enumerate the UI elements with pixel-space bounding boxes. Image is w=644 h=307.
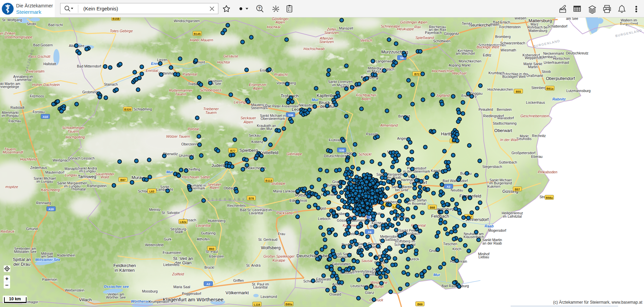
svg-text:Tieschen: Tieschen [443, 242, 457, 246]
svg-text:Geschriebenstein: Geschriebenstein [520, 114, 549, 118]
svg-text:her Zinken: her Zinken [0, 31, 15, 35]
svg-text:Weißenstein: Weißenstein [65, 288, 84, 292]
svg-text:Riegersburg: Riegersburg [434, 207, 454, 211]
svg-text:Filzmoos: Filzmoos [30, 94, 44, 98]
svg-text:Hochfeind: Hochfeind [20, 157, 37, 161]
svg-text:Osterhorngruppe: Osterhorngruppe [4, 35, 32, 39]
svg-text:St. Andrä: St. Andrä [246, 263, 260, 267]
svg-text:Präbichl: Präbichl [274, 73, 288, 77]
svg-text:Mauterndorf: Mauterndorf [45, 170, 65, 174]
svg-text:Oberzeiring: Oberzeiring [181, 142, 200, 146]
svg-text:Bad Goisern: Bad Goisern [33, 43, 53, 47]
svg-text:L62a: L62a [180, 220, 186, 224]
svg-text:Strobl: Strobl [27, 22, 36, 26]
svg-text:Gurk: Gurk [164, 237, 172, 241]
svg-text:Niklasdorf: Niklasdorf [299, 103, 314, 107]
svg-text:Seckau: Seckau [249, 133, 260, 137]
svg-text:Stegersbach: Stegersbach [482, 165, 502, 169]
svg-text:im Pongau: im Pongau [2, 114, 18, 118]
svg-text:Wölzer Tauern: Wölzer Tauern [166, 134, 190, 138]
svg-text:Packsattel: Packsattel [276, 211, 294, 215]
svg-text:Lambrecht: Lambrecht [156, 187, 173, 191]
svg-text:im Rosental: im Rosental [407, 202, 426, 206]
svg-text:B55: B55 [516, 90, 521, 93]
svg-text:Seckauer: Seckauer [241, 116, 257, 120]
svg-text:Glanz: Glanz [365, 291, 374, 295]
svg-text:Rennweg: Rennweg [36, 201, 51, 205]
svg-text:Lungau: Lungau [65, 173, 77, 177]
svg-text:der Drau: der Drau [13, 262, 31, 267]
svg-text:Lieboch: Lieboch [318, 217, 331, 221]
svg-text:B69: B69 [417, 303, 423, 306]
svg-text:in Kärnten: in Kärnten [115, 268, 134, 273]
svg-text:Bad Ischl: Bad Ischl [48, 23, 62, 27]
svg-text:Aspang Markt: Aspang Markt [449, 63, 471, 67]
svg-text:Mattersburg: Mattersburg [528, 29, 547, 33]
svg-text:Liebau: Liebau [478, 255, 489, 259]
svg-text:Spittal an: Spittal an [13, 257, 31, 262]
svg-text:Klagenfurt am Wörthersee: Klagenfurt am Wörthersee [163, 297, 224, 302]
svg-text:Bernstein: Bernstein [497, 107, 512, 112]
svg-text:B80a: B80a [286, 303, 293, 306]
svg-text:Haller Mauern: Haller Mauern [190, 38, 213, 42]
svg-text:Güttenbach: Güttenbach [499, 160, 517, 164]
svg-text:S35: S35 [339, 149, 344, 152]
svg-text:bei Graz: bei Graz [395, 188, 409, 192]
svg-text:Guttaring: Guttaring [201, 231, 215, 235]
svg-text:Deutschlandsberg: Deutschlandsberg [297, 253, 332, 258]
svg-text:Mur: Mur [166, 170, 173, 174]
svg-text:Hochkar: Hochkar [267, 25, 281, 29]
svg-text:im Lafnitztal: im Lafnitztal [503, 214, 522, 218]
svg-text:Hallstatt: Hallstatt [43, 62, 56, 66]
svg-text:Moosburg: Moosburg [142, 289, 158, 293]
svg-text:Göstlinger Alpen: Göstlinger Alpen [400, 20, 428, 24]
svg-text:Veitsch: Veitsch [360, 38, 372, 42]
svg-text:Mur: Mur [312, 98, 319, 102]
svg-text:Lammertal: Lammertal [15, 78, 32, 82]
svg-text:am See: am See [566, 17, 578, 20]
svg-text:Pitten: Pitten [490, 23, 500, 27]
svg-text:A2: A2 [207, 282, 210, 286]
svg-text:St. Salvator: St. Salvator [162, 211, 180, 215]
svg-text:Alpen: Alpen [275, 20, 285, 24]
svg-text:B145: B145 [194, 32, 201, 36]
svg-text:Frau: Frau [278, 232, 285, 236]
svg-text:Hochwechsel: Hochwechsel [432, 69, 454, 73]
svg-text:an der Raab: an der Raab [482, 241, 502, 245]
svg-text:Koralpe: Koralpe [272, 258, 285, 262]
svg-text:Poßruck: Poßruck [370, 298, 383, 302]
svg-text:Reißeck: Reißeck [1, 229, 14, 233]
svg-text:?: ? [258, 6, 260, 11]
svg-text:Mogersdorf: Mogersdorf [488, 228, 506, 232]
svg-text:Rabnitz: Rabnitz [552, 97, 566, 101]
svg-text:Forchtenstein: Forchtenstein [499, 25, 521, 29]
svg-text:Lessach: Lessach [81, 156, 94, 160]
svg-text:Rax: Rax [414, 25, 421, 29]
svg-text:Hochschwab: Hochschwab [304, 47, 325, 51]
svg-text:Obersteiermark: Obersteiermark [261, 117, 285, 121]
svg-text:Stoob: Stoob [542, 70, 551, 74]
svg-text:Alpen: Alpen [209, 185, 219, 189]
svg-text:Zederhaus: Zederhaus [30, 166, 47, 170]
svg-text:B320: B320 [124, 108, 131, 111]
svg-text:Schottwien: Schottwien [433, 39, 450, 43]
svg-text:im Burgenland: im Burgenland [489, 181, 512, 185]
svg-text:Oswald: Oswald [329, 292, 341, 296]
svg-text:Zwieselalm: Zwieselalm [26, 69, 44, 73]
svg-text:Frauenstein: Frauenstein [163, 251, 181, 255]
svg-text:Althofen: Althofen [197, 237, 210, 241]
svg-text:Eberstein: Eberstein [209, 254, 224, 258]
svg-text:St. Wolfgang: St. Wolfgang [2, 18, 22, 22]
svg-text:Schladming: Schladming [134, 107, 152, 111]
svg-text:Millstätter See: Millstätter See [35, 258, 60, 262]
svg-text:A2: A2 [447, 185, 450, 188]
svg-text:Lavanttal: Lavanttal [253, 285, 268, 289]
svg-text:B56a: B56a [546, 196, 553, 200]
svg-text:Großer Speikkogel: Großer Speikkogel [263, 254, 294, 258]
svg-text:B61a: B61a [547, 87, 554, 90]
svg-text:Hochgolling: Hochgolling [66, 135, 85, 139]
svg-text:Wechsel: Wechsel [452, 71, 467, 75]
svg-text:Paltental: Paltental [183, 72, 197, 76]
svg-text:in der Steiermark: in der Steiermark [403, 169, 430, 173]
svg-text:Paternion: Paternion [42, 277, 57, 281]
